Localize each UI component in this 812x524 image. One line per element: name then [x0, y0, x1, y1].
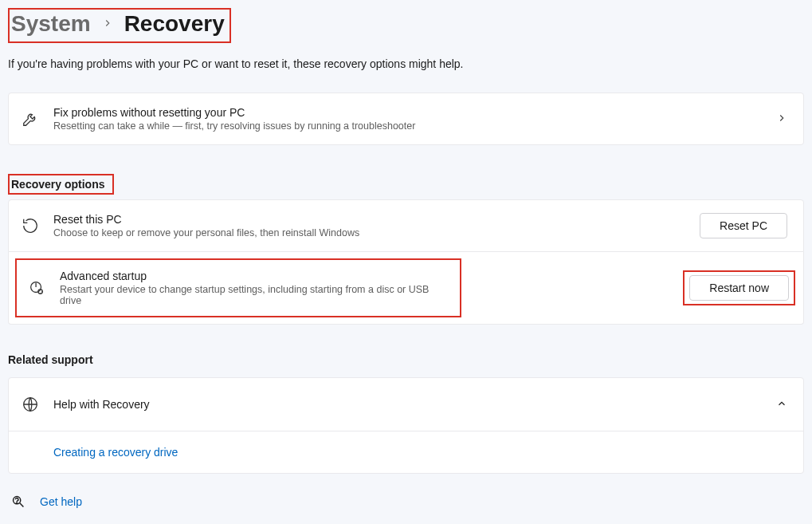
globe-icon — [22, 396, 39, 413]
advanced-startup-sub: Restart your device to change startup se… — [60, 284, 447, 306]
chevron-right-icon — [776, 112, 787, 126]
help-recovery-card[interactable]: Help with Recovery Creating a recovery d… — [8, 377, 804, 474]
advanced-startup-title: Advanced startup — [60, 270, 447, 282]
recovery-options-heading: Recovery options — [8, 174, 114, 195]
related-support-heading: Related support — [8, 353, 804, 366]
reset-pc-sub: Choose to keep or remove your personal f… — [53, 227, 685, 238]
svg-point-4 — [17, 502, 18, 503]
wrench-icon — [22, 110, 39, 128]
power-gear-icon — [28, 279, 45, 297]
help-recovery-title: Help with Recovery — [53, 398, 762, 411]
reset-pc-title: Reset this PC — [53, 213, 685, 226]
get-help-label: Get help — [40, 495, 82, 508]
reset-pc-button[interactable]: Reset PC — [700, 213, 787, 238]
breadcrumb-parent[interactable]: System — [11, 11, 91, 37]
fix-problems-title: Fix problems without resetting your PC — [53, 106, 762, 119]
advanced-startup-card: Advanced startup Restart your device to … — [8, 252, 804, 325]
get-help-link[interactable]: Get help — [10, 493, 804, 510]
chevron-up-icon — [776, 398, 787, 412]
reset-pc-card: Reset this PC Choose to keep or remove y… — [8, 199, 804, 252]
chevron-right-icon — [102, 18, 113, 31]
fix-problems-sub: Resetting can take a while — first, try … — [53, 120, 762, 132]
breadcrumb: System Recovery — [8, 8, 231, 43]
breadcrumb-current: Recovery — [124, 11, 225, 37]
creating-recovery-drive-link[interactable]: Creating a recovery drive — [53, 446, 178, 459]
help-icon — [10, 493, 27, 510]
intro-text: If you're having problems with your PC o… — [8, 57, 804, 70]
restart-now-button[interactable]: Restart now — [689, 275, 789, 301]
fix-problems-card[interactable]: Fix problems without resetting your PC R… — [8, 93, 804, 145]
reset-icon — [22, 217, 39, 234]
